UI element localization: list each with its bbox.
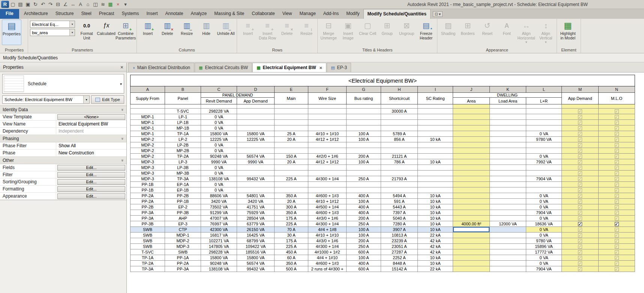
schedule-cell[interactable]: TP-1A — [131, 255, 165, 261]
schedule-cell[interactable]: 54801 VA — [237, 193, 275, 199]
schedule-cell[interactable] — [453, 171, 490, 176]
schedule-cell[interactable]: 30000 A — [381, 109, 418, 114]
schedule-cell[interactable] — [490, 159, 526, 165]
checkbox[interactable]: ✓ — [615, 205, 619, 209]
checkbox[interactable]: ✓ — [578, 115, 582, 119]
view-tab-electrical-equipment-bw[interactable]: ▦Electrical Equipment BW× — [252, 63, 326, 72]
checkbox[interactable]: ✓ — [615, 115, 619, 119]
column-header-revit-demand[interactable]: Revit Demand — [201, 98, 237, 104]
schedule-cell[interactable]: 15800 VA — [237, 255, 275, 261]
schedule-cell[interactable]: 4#300 + 1#4 — [308, 221, 347, 227]
schedule-cell[interactable]: ✓ — [562, 125, 599, 131]
schedule-cell[interactable]: 350 A — [275, 261, 308, 266]
schedule-cell[interactable] — [526, 187, 562, 193]
schedule-cell[interactable]: 5494 A — [381, 193, 418, 199]
checkbox[interactable]: ✓ — [578, 245, 582, 249]
measure-icon[interactable]: ∠ — [62, 1, 69, 8]
collapse-icon[interactable]: » — [120, 159, 125, 161]
schedule-cell[interactable]: 4#3/0 + 1#6 — [308, 216, 347, 221]
schedule-cell[interactable]: 90248 VA — [201, 154, 237, 159]
checkbox[interactable]: ✓ — [615, 137, 619, 142]
checkbox[interactable]: ✓ — [578, 194, 582, 198]
schedule-cell[interactable]: MDP-2 — [131, 142, 165, 148]
schedule-cell[interactable]: 99432 VA — [237, 176, 275, 182]
schedule-cell[interactable]: 4#4 + 1#8 — [308, 227, 347, 233]
schedule-cell[interactable]: MDP-2 — [131, 148, 165, 154]
schedule-cell[interactable]: 91299 VA — [201, 210, 237, 216]
schedule-cell[interactable] — [490, 244, 526, 249]
schedule-cell[interactable]: ✓ — [562, 114, 599, 120]
schedule-cell[interactable]: 3420 VA — [237, 199, 275, 204]
schedule-cell[interactable] — [308, 109, 347, 114]
schedule-cell[interactable]: 75929 VA — [237, 210, 275, 216]
schedule-cell[interactable] — [418, 142, 453, 148]
property-edit-button[interactable]: Edit... — [57, 186, 125, 192]
schedule-cell[interactable]: 400 A — [347, 261, 381, 266]
schedule-cell[interactable]: 591 A — [381, 199, 418, 204]
schedule-cell[interactable]: 22 kA — [418, 266, 453, 272]
parameter-combo[interactable]: bw_area▾ — [30, 29, 75, 36]
schedule-cell[interactable]: 0 VA — [526, 131, 562, 137]
ungroup-button[interactable]: ⊠Ungroup — [397, 20, 416, 36]
schedule-cell[interactable]: SWB — [131, 233, 165, 238]
schedule-cell[interactable]: 225 A — [275, 176, 308, 182]
schedule-cell[interactable]: 9780 VA — [526, 137, 562, 142]
schedule-cell[interactable]: PP-1A — [165, 255, 201, 261]
text-note-icon[interactable]: A — [77, 1, 84, 8]
schedule-cell[interactable]: 42 kA — [418, 249, 453, 255]
schedule-cell[interactable]: ✓ — [562, 187, 599, 193]
schedule-cell[interactable]: 4#600 + 1#3 — [308, 210, 347, 216]
shading-button[interactable]: ▨Shading — [438, 20, 458, 36]
schedule-cell[interactable] — [490, 261, 526, 266]
schedule-cell[interactable] — [237, 182, 275, 187]
schedule-cell[interactable]: ✓ — [562, 249, 599, 255]
schedule-cell[interactable]: 28504 VA — [237, 216, 275, 221]
schedule-cell[interactable] — [381, 114, 418, 120]
schedule-cell[interactable]: ✓ — [562, 109, 599, 114]
schedule-cell[interactable]: ✓ — [599, 261, 635, 266]
schedule-cell[interactable]: 60 A — [275, 255, 308, 261]
schedule-cell[interactable]: ✓ — [599, 131, 635, 137]
schedule-cell[interactable]: PP-2A — [131, 193, 165, 199]
schedule-cell[interactable]: LP-3 — [165, 159, 201, 165]
schedule-cell[interactable] — [453, 182, 490, 187]
schedule-cell[interactable] — [381, 142, 418, 148]
schedule-cell[interactable] — [275, 171, 308, 176]
schedule-cell[interactable]: TP-3A — [131, 266, 165, 272]
schedule-cell[interactable]: ✓ — [562, 261, 599, 266]
schedule-cell[interactable]: 7397 A — [381, 210, 418, 216]
schedule-cell[interactable]: T-SVC — [131, 249, 165, 255]
schedule-cell[interactable]: 68799 VA — [237, 238, 275, 244]
schedule-cell[interactable]: EP-2 — [165, 204, 201, 210]
schedule-cell[interactable] — [275, 148, 308, 154]
checkbox[interactable]: ✓ — [615, 149, 619, 153]
schedule-cell[interactable] — [381, 120, 418, 125]
checkbox[interactable]: ✓ — [615, 171, 619, 175]
customize-qat-icon[interactable]: ▾ — [122, 1, 129, 8]
schedule-cell[interactable]: ✓ — [599, 159, 635, 165]
checkbox[interactable]: ✓ — [578, 216, 582, 221]
schedule-cell[interactable] — [453, 142, 490, 148]
schedule-cell[interactable]: LP-1 — [165, 114, 201, 120]
schedule-cell[interactable] — [308, 182, 347, 187]
hide-button[interactable]: ▥Hide — [197, 20, 216, 36]
schedule-cell[interactable]: ✓ — [599, 154, 635, 159]
instance-selector[interactable]: Schedule: Electrical Equipment BW ▾ — [2, 95, 90, 104]
schedule-cell[interactable]: 0 VA — [201, 142, 237, 148]
property-value[interactable]: Edit... — [56, 171, 126, 178]
schedule-cell[interactable]: 0 VA — [201, 114, 237, 120]
schedule-cell[interactable] — [418, 171, 453, 176]
schedule-cell[interactable] — [453, 227, 490, 233]
schedule-cell[interactable]: 0 VA — [526, 227, 562, 233]
schedule-cell[interactable] — [490, 109, 526, 114]
schedule-cell[interactable] — [418, 176, 453, 182]
schedule-cell[interactable] — [418, 182, 453, 187]
schedule-cell[interactable]: 41751 VA — [237, 204, 275, 210]
schedule-cell[interactable] — [526, 109, 562, 114]
checkbox[interactable]: ✓ — [615, 160, 619, 164]
schedule-cell[interactable] — [347, 125, 381, 131]
reset-button[interactable]: ↺Reset — [477, 20, 497, 36]
property-edit-button[interactable]: Edit... — [57, 193, 125, 199]
schedule-cell[interactable]: 7280 A — [381, 221, 418, 227]
checkbox[interactable]: ✓ — [578, 109, 582, 113]
